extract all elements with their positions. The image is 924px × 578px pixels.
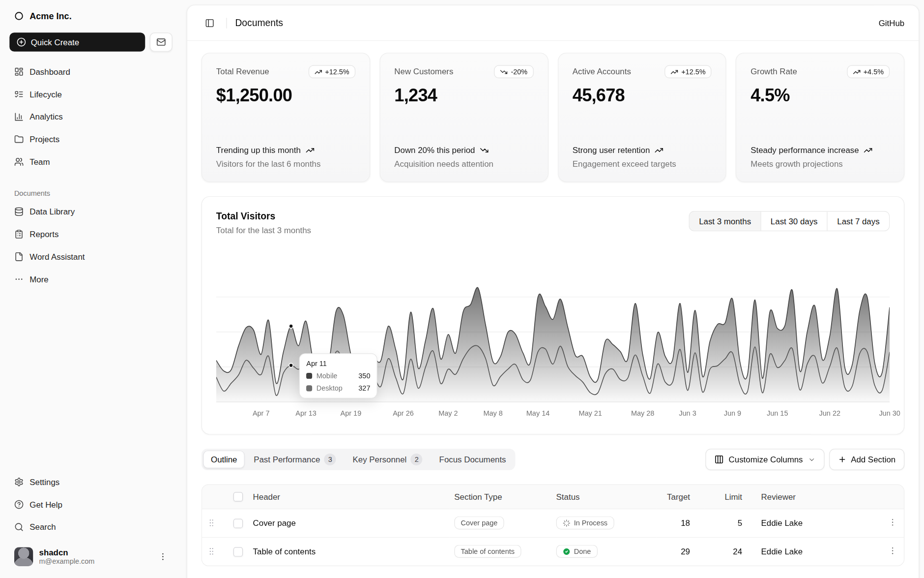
- quick-create-label: Quick Create: [31, 37, 79, 47]
- stat-title: Growth Rate: [751, 65, 797, 76]
- sections-table: Header Section Type Status Target Limit …: [202, 485, 904, 566]
- github-link[interactable]: GitHub: [879, 18, 905, 28]
- visitors-chart-card: Total Visitors Total for the last 3 mont…: [202, 196, 904, 434]
- analytics-icon: [14, 112, 24, 122]
- sidebar-item-reports[interactable]: Reports: [9, 225, 172, 244]
- sidebar-toggle-button[interactable]: [202, 15, 218, 31]
- reviewer-cell[interactable]: Eddie Lake: [756, 537, 878, 566]
- stat-title: New Customers: [394, 65, 453, 76]
- table-row: Table of contents Table of contents Done…: [202, 537, 904, 566]
- trending-up-icon: [305, 146, 314, 154]
- table-header-row: Header Section Type Status Target Limit …: [202, 485, 904, 509]
- sidebar-item-data-library[interactable]: Data Library: [9, 202, 172, 221]
- nav-label: Dashboard: [29, 67, 70, 76]
- tooltip-row-mobile: Mobile 350: [306, 372, 370, 380]
- nav-label: Get Help: [29, 500, 62, 509]
- stat-footer-sub: Engagement exceed targets: [573, 158, 712, 170]
- desktop-swatch-icon: [306, 385, 312, 391]
- customize-columns-button[interactable]: Customize Columns: [706, 449, 824, 470]
- tab-key-personnel[interactable]: Key Personnel2: [345, 451, 431, 468]
- x-tick: Apr 19: [341, 409, 362, 418]
- sidebar-item-team[interactable]: Team: [9, 152, 172, 172]
- plus-icon: [838, 456, 846, 464]
- sidebar-item-lifecycle[interactable]: Lifecycle: [9, 85, 172, 104]
- row-checkbox[interactable]: [233, 547, 243, 556]
- status-label: Done: [574, 548, 591, 556]
- quick-create-row: Quick Create: [9, 32, 172, 52]
- row-checkbox[interactable]: [233, 518, 243, 528]
- sidebar-item-analytics[interactable]: Analytics: [9, 107, 172, 126]
- logo-icon: [14, 11, 24, 20]
- quick-create-button[interactable]: Quick Create: [9, 32, 145, 52]
- row-menu-button[interactable]: [888, 546, 897, 555]
- range-last-30-days[interactable]: Last 30 days: [760, 212, 827, 231]
- trending-up-icon: [315, 68, 322, 76]
- sidebar-item-settings[interactable]: Settings: [9, 472, 172, 491]
- nav-label: Reports: [29, 229, 58, 239]
- limit-cell[interactable]: 24: [704, 537, 756, 566]
- sidebar-item-get-help[interactable]: Get Help: [9, 495, 172, 514]
- main-panel: Documents GitHub Total Revenue +12.5% $1…: [187, 5, 920, 578]
- brand[interactable]: Acme Inc.: [9, 7, 172, 24]
- tabs-list: Outline Past Performance3 Key Personnel2…: [202, 449, 516, 470]
- range-last-7-days[interactable]: Last 7 days: [827, 212, 889, 231]
- target-cell[interactable]: 29: [657, 537, 704, 566]
- nav-label: Search: [29, 522, 56, 532]
- grip-vertical-icon[interactable]: [207, 547, 216, 556]
- x-tick: May 28: [631, 409, 654, 418]
- mail-icon: [156, 37, 166, 47]
- trending-up-icon: [655, 146, 664, 154]
- stat-footer-title: Steady performance increase: [751, 144, 859, 156]
- limit-cell[interactable]: 5: [704, 509, 756, 537]
- status-badge: Done: [556, 545, 598, 558]
- sidebar-item-search[interactable]: Search: [9, 517, 172, 537]
- trending-up-icon: [853, 68, 861, 76]
- stat-card-new-customers: New Customers -20% 1,234 Down 20% this p…: [379, 53, 548, 182]
- sidebar-item-projects[interactable]: Projects: [9, 130, 172, 149]
- footer-nav: Settings Get Help Search: [9, 472, 172, 536]
- user-menu[interactable]: shadcn m@example.com: [9, 543, 172, 571]
- stat-value: 1,234: [394, 86, 533, 106]
- user-info: shadcn m@example.com: [39, 548, 95, 566]
- sidebar-item-more[interactable]: More: [9, 270, 172, 289]
- stat-footer-sub: Visitors for the last 6 months: [216, 158, 355, 170]
- ellipsis-vertical-icon[interactable]: [158, 552, 168, 561]
- chart-area[interactable]: Apr 11 Mobile 350 Desktop 327: [216, 254, 890, 403]
- x-tick: Apr 13: [295, 409, 317, 418]
- add-section-button[interactable]: Add Section: [829, 449, 905, 470]
- tab-focus-documents[interactable]: Focus Documents: [432, 451, 514, 468]
- section-type-badge: Table of contents: [454, 545, 521, 558]
- projects-icon: [14, 135, 24, 144]
- section-type-badge: Cover page: [454, 517, 504, 530]
- trend-badge: +12.5%: [309, 65, 355, 79]
- page-title: Documents: [235, 18, 283, 29]
- nav-label: More: [29, 274, 48, 284]
- grip-vertical-icon[interactable]: [207, 518, 216, 527]
- sidebar-item-dashboard[interactable]: Dashboard: [9, 62, 172, 82]
- select-all-checkbox[interactable]: [233, 492, 243, 502]
- stat-card-growth-rate: Growth Rate +4.5% 4.5% Steady performanc…: [736, 53, 904, 182]
- row-menu-button[interactable]: [888, 517, 897, 526]
- tooltip-row-desktop: Desktop 327: [306, 384, 370, 393]
- x-tick: Jun 9: [724, 409, 741, 418]
- row-header-cell[interactable]: Table of contents: [248, 537, 450, 566]
- sidebar-item-word-assistant[interactable]: Word Assistant: [9, 247, 172, 267]
- tab-label: Past Performance: [254, 455, 320, 464]
- row-header-cell[interactable]: Cover page: [248, 509, 450, 537]
- x-tick: May 8: [483, 409, 502, 418]
- range-last-3-months[interactable]: Last 3 months: [690, 212, 761, 231]
- database-icon: [14, 207, 24, 216]
- reviewer-cell[interactable]: Eddie Lake: [756, 509, 878, 537]
- tab-outline[interactable]: Outline: [203, 451, 245, 468]
- stat-footer-title: Trending up this month: [216, 144, 301, 156]
- stat-footer-sub: Meets growth projections: [751, 158, 890, 170]
- stat-value: 4.5%: [751, 86, 890, 106]
- column-header: Header: [248, 485, 450, 509]
- section-type-label: Table of contents: [461, 548, 515, 556]
- target-cell[interactable]: 18: [657, 509, 704, 537]
- inbox-button[interactable]: [150, 32, 173, 52]
- tab-past-performance[interactable]: Past Performance3: [246, 451, 344, 468]
- app: Acme Inc. Quick Create Dashboard: [0, 0, 924, 578]
- primary-nav: Dashboard Lifecycle Analytics Projects T…: [9, 62, 172, 172]
- chart-title: Total Visitors: [216, 211, 311, 222]
